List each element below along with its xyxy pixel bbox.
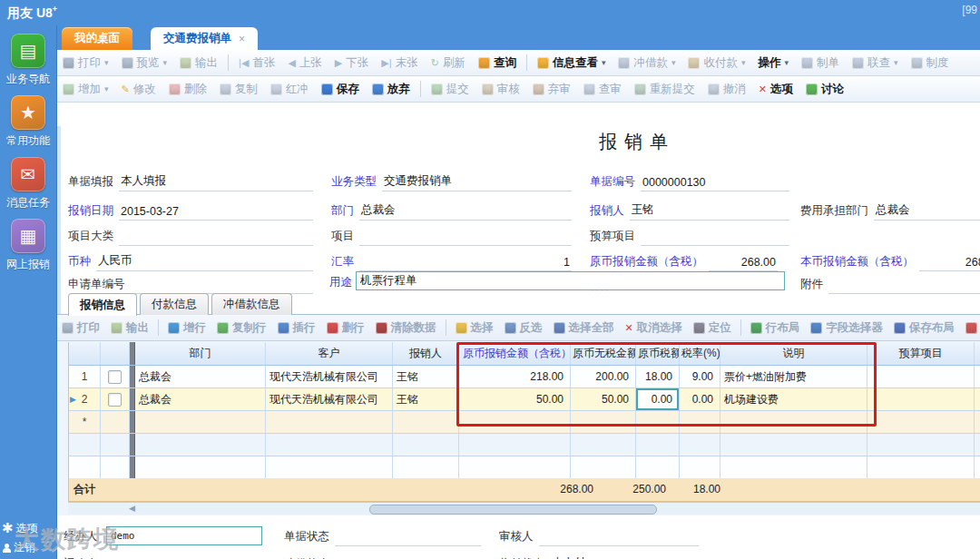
options-button[interactable]: ✕选项 [752, 76, 799, 102]
row-layout-button[interactable]: 行布局 [745, 315, 806, 340]
cell-r0-c5[interactable]: 18.00 [636, 366, 680, 387]
cell-r0-c3[interactable]: 218.00 [459, 366, 571, 387]
scrollbar-thumb[interactable] [369, 505, 657, 515]
row-select-cell[interactable] [101, 366, 130, 387]
cell-r2-c5[interactable] [636, 411, 680, 433]
cell-r3-c7[interactable] [720, 434, 867, 456]
column-header-9[interactable] [975, 342, 980, 365]
column-header-7[interactable]: 说明 [720, 342, 867, 365]
unaudit-button[interactable]: 弃审 [526, 76, 577, 102]
cell-r2-c0[interactable] [135, 411, 266, 433]
cell-r0-c6[interactable]: 9.00 [680, 366, 720, 387]
query-button[interactable]: 查询 [472, 50, 523, 75]
next-record-button[interactable]: ▶下张 [328, 50, 375, 75]
cell-r1-c0[interactable]: 总裁会 [135, 388, 266, 410]
save-button[interactable]: 保存 [315, 76, 366, 102]
select-all-button[interactable]: 选择全部 [548, 315, 620, 340]
handler-input[interactable] [106, 526, 262, 545]
info-view-button[interactable]: 信息查看▾ [531, 50, 612, 75]
grid-horizontal-scrollbar[interactable]: ◀ [68, 502, 980, 515]
red-reverse-button[interactable]: 红冲 [264, 76, 315, 102]
add-button[interactable]: 增加▾ [56, 76, 115, 102]
abandon-button[interactable]: 放弃 [366, 76, 416, 102]
preview-button[interactable]: 预览▾ [115, 50, 174, 75]
grip-dots[interactable]: ···· [546, 284, 655, 295]
last-record-button[interactable]: ▶|末张 [375, 50, 424, 75]
delete-button[interactable]: 删除 [162, 76, 213, 102]
cell-r2-c4[interactable] [571, 411, 636, 433]
grid-print-button[interactable]: 打印 [56, 315, 105, 340]
cell-r1-c4[interactable]: 50.00 [571, 388, 636, 410]
discuss-button[interactable]: 讨论 [799, 76, 850, 102]
cell-r3-c8[interactable] [867, 434, 975, 456]
modify-button[interactable]: ✎修改 [115, 76, 162, 102]
cell-r3-c4[interactable] [571, 434, 636, 456]
column-header-0[interactable]: 部门 [135, 342, 266, 365]
submit-button[interactable]: 提交 [425, 76, 475, 102]
row-number-cell[interactable]: ▶2 [69, 388, 101, 410]
row-checkbox[interactable] [108, 370, 122, 384]
copy-button[interactable]: 复制 [213, 76, 264, 102]
sidebar-options-button[interactable]: ✱ 选项 [0, 518, 56, 538]
cell-r4-c2[interactable] [393, 456, 459, 478]
save-layout-button[interactable]: 保存布局 [888, 315, 960, 340]
row-number-cell[interactable]: * [69, 411, 101, 433]
sidebar-item-common-functions[interactable]: ★常用功能 [0, 95, 56, 149]
row-select-cell[interactable] [101, 434, 130, 456]
cell-r2-c9[interactable] [975, 411, 980, 433]
cell-r4-c1[interactable] [266, 456, 393, 478]
cell-r0-c0[interactable]: 总裁会 [135, 366, 266, 387]
cell-r0-c2[interactable]: 王铭 [393, 366, 459, 387]
first-record-button[interactable]: |◀首张 [232, 50, 281, 75]
column-header-2[interactable]: 报销人 [393, 342, 459, 365]
cell-r1-c5[interactable]: 0.00 [636, 388, 680, 410]
offset-loan-button[interactable]: 冲借款▾ [612, 50, 681, 75]
row-number-cell[interactable] [69, 434, 101, 456]
grid-export-button[interactable]: 输出 [105, 315, 154, 340]
refresh-button[interactable]: ↻刷新 [425, 50, 472, 75]
cancel-select-button[interactable]: ✕取消选择 [620, 315, 688, 340]
row-select-cell[interactable] [101, 411, 130, 433]
scroll-left-icon[interactable]: ◀ [129, 504, 135, 513]
cell-r4-c6[interactable] [680, 456, 720, 478]
row-number-cell[interactable]: 1 [69, 366, 101, 387]
row-select-cell[interactable] [101, 388, 130, 410]
cell-r2-c2[interactable] [393, 411, 459, 433]
make-voucher-button[interactable]: 制单 [795, 50, 846, 75]
close-icon[interactable]: × [239, 33, 245, 45]
check-audit-button[interactable]: 查审 [577, 76, 628, 102]
cell-r1-c7[interactable]: 机场建设费 [720, 388, 867, 410]
operate-menu-button[interactable]: 操作▾ [751, 50, 795, 75]
extra-button[interactable] [960, 315, 980, 340]
cell-r3-c9[interactable] [975, 434, 980, 456]
column-header-5[interactable]: 原币税额 [636, 342, 680, 365]
export-button[interactable]: 输出 [173, 50, 224, 75]
tab-expense-info[interactable]: 报销信息 [68, 293, 137, 316]
cell-r0-c4[interactable]: 200.00 [571, 366, 636, 387]
cell-r4-c5[interactable] [636, 456, 680, 478]
tab-my-desktop[interactable]: 我的桌面 [62, 27, 132, 50]
cell-r0-c9[interactable] [975, 366, 980, 387]
copy-row-button[interactable]: 复制行 [211, 315, 272, 340]
cell-r2-c8[interactable] [867, 411, 975, 433]
delete-row-button[interactable]: 删行 [321, 315, 370, 340]
row-checkbox[interactable] [108, 393, 122, 407]
cell-r3-c6[interactable] [680, 434, 720, 456]
row-number-cell[interactable] [69, 456, 101, 478]
invert-select-button[interactable]: 反选 [499, 315, 548, 340]
print-button[interactable]: 打印▾ [56, 50, 115, 75]
cell-r3-c3[interactable] [459, 434, 571, 456]
cell-r2-c7[interactable] [720, 411, 867, 433]
cell-r0-c7[interactable]: 票价+燃油附加费 [720, 366, 867, 387]
tab-payment-info[interactable]: 付款信息 [140, 293, 209, 315]
cell-r1-c1[interactable]: 现代天浩机械有限公司 [266, 388, 393, 410]
column-header-3[interactable]: 原币报销金额（含税） [459, 342, 571, 365]
cell-r3-c2[interactable] [393, 434, 459, 456]
cell-r0-c1[interactable]: 现代天浩机械有限公司 [266, 366, 393, 387]
cell-r4-c4[interactable] [571, 456, 636, 478]
cell-r2-c1[interactable] [266, 411, 393, 433]
cell-r1-c3[interactable]: 50.00 [459, 388, 571, 410]
cell-r3-c5[interactable] [636, 434, 680, 456]
add-row-button[interactable]: 增行 [162, 315, 211, 340]
sidebar-logout-button[interactable]: 注销 [0, 538, 56, 557]
